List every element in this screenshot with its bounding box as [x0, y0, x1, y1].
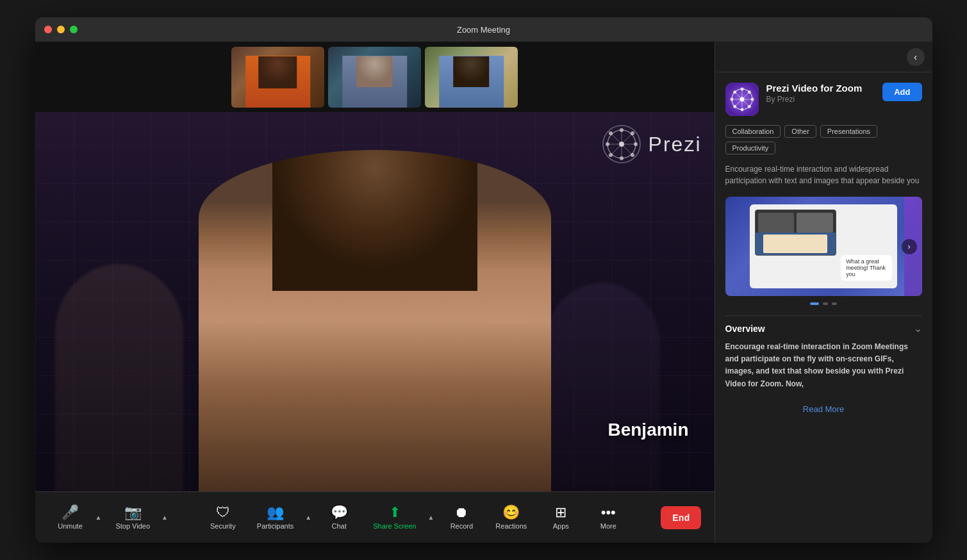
overview-body: Encourage real-time interaction in Zoom … — [725, 341, 922, 390]
svg-point-12 — [609, 153, 613, 157]
toolbar: 🎤 Unmute ▲ 📷 Stop Video ▲ — [35, 491, 715, 543]
security-button[interactable]: 🛡 Security — [201, 502, 245, 534]
chevron-down-icon: ⌄ — [914, 322, 922, 334]
chevron-up-icon: ▲ — [95, 514, 102, 521]
chevron-up-icon-3: ▲ — [305, 514, 311, 521]
apps-button[interactable]: ⊞ Apps — [538, 502, 583, 534]
toolbar-right-group: End — [661, 506, 701, 529]
chat-button[interactable]: 💬 Chat — [317, 502, 361, 534]
reactions-button[interactable]: 😊 Reactions — [486, 502, 536, 534]
panel-back-button[interactable]: ‹ — [907, 48, 925, 66]
svg-point-6 — [620, 156, 624, 160]
participants-group: 👥 Participants ▲ — [248, 502, 314, 534]
tags-container: Collaboration Other Presentations Produc… — [725, 125, 922, 154]
prezi-text-label: Prezi — [649, 133, 702, 156]
more-button[interactable]: ••• More — [586, 502, 631, 534]
carousel-speech-bubble: What a great meeting! Thank you — [841, 255, 892, 281]
participant-thumbnail-2[interactable] — [328, 47, 421, 108]
title-bar: Zoom Meeting — [35, 17, 932, 42]
speaker-name-label: Benjamin — [607, 420, 688, 440]
app-description: Encourage real-time interaction and wide… — [725, 163, 922, 186]
security-label: Security — [210, 522, 236, 530]
share-screen-icon: ⬆ — [389, 506, 401, 520]
tag-presentations[interactable]: Presentations — [820, 125, 877, 138]
share-screen-arrow-button[interactable]: ▲ — [425, 510, 436, 525]
close-button[interactable] — [44, 26, 52, 33]
unmute-arrow-button[interactable]: ▲ — [93, 510, 104, 525]
reactions-icon: 😊 — [502, 506, 520, 520]
carousel-next-button[interactable]: › — [902, 239, 917, 254]
overview-title: Overview — [725, 324, 765, 334]
video-area: Prezi Benjamin 🎤 Unmute ▲ — [35, 42, 715, 543]
svg-point-7 — [606, 142, 609, 146]
chat-icon: 💬 — [331, 506, 348, 520]
svg-point-22 — [730, 98, 733, 101]
bg-person-left — [55, 264, 183, 491]
carousel-dot-3[interactable] — [832, 302, 837, 305]
minimize-button[interactable] — [57, 26, 65, 33]
security-icon: 🛡 — [216, 506, 230, 520]
microphone-muted-icon: 🎤 — [62, 506, 79, 520]
more-icon: ••• — [601, 506, 616, 520]
svg-point-24 — [733, 90, 736, 94]
add-button[interactable]: Add — [882, 83, 922, 101]
app-name: Prezi Video for Zoom — [766, 83, 875, 94]
overview-body-bold: Encourage real-time interaction in Zoom … — [725, 342, 908, 388]
more-label: More — [600, 522, 616, 530]
stop-video-arrow-button[interactable]: ▲ — [159, 510, 170, 525]
prezi-logo-icon — [602, 125, 641, 163]
app-icon — [725, 83, 759, 116]
app-by: By Prezi — [766, 95, 875, 104]
unmute-button[interactable]: 🎤 Unmute — [48, 502, 93, 534]
tag-collaboration[interactable]: Collaboration — [725, 125, 781, 138]
zoom-window: Zoom Meeting — [35, 17, 932, 543]
bg-person-right — [545, 283, 660, 491]
tag-productivity[interactable]: Productivity — [725, 142, 776, 154]
participants-label: Participants — [257, 522, 293, 530]
svg-point-28 — [740, 97, 744, 102]
svg-point-20 — [740, 88, 743, 91]
svg-point-21 — [740, 108, 743, 111]
chevron-up-icon-4: ▲ — [427, 514, 434, 521]
app-info: Prezi Video for Zoom By Prezi Add — [725, 83, 922, 116]
overview-header[interactable]: Overview ⌄ — [725, 315, 922, 341]
chevron-up-icon-2: ▲ — [161, 514, 168, 521]
unmute-label: Unmute — [58, 522, 83, 530]
svg-point-8 — [634, 142, 638, 146]
carousel-main-image: What a great meeting! Thank you › — [725, 197, 922, 296]
reactions-label: Reactions — [495, 522, 527, 530]
svg-point-5 — [620, 128, 624, 132]
share-screen-label: Share Screen — [373, 522, 416, 530]
participant-thumbnail-1[interactable] — [231, 47, 324, 108]
participants-button[interactable]: 👥 Participants — [248, 502, 302, 534]
record-icon: ⏺ — [454, 506, 468, 520]
apps-icon: ⊞ — [555, 506, 566, 520]
app-name-block: Prezi Video for Zoom By Prezi — [766, 83, 875, 104]
right-panel: ‹ — [715, 42, 932, 543]
carousel-inner: What a great meeting! Thank you — [750, 204, 897, 289]
carousel-video-thumb — [755, 210, 836, 256]
end-button[interactable]: End — [661, 506, 701, 529]
participants-arrow-button[interactable]: ▲ — [302, 510, 314, 525]
svg-point-13 — [619, 142, 624, 147]
svg-point-10 — [631, 153, 634, 157]
toolbar-center-group: 🛡 Security 👥 Participants ▲ 💬 — [201, 502, 631, 534]
share-screen-group: ⬆ Share Screen ▲ — [364, 502, 436, 534]
stop-video-label: Stop Video — [115, 522, 150, 530]
carousel-dot-2[interactable] — [823, 302, 828, 305]
svg-point-26 — [747, 90, 750, 94]
carousel-dot-1[interactable] — [810, 302, 819, 305]
stop-video-button[interactable]: 📷 Stop Video — [106, 502, 159, 534]
chat-label: Chat — [332, 522, 347, 530]
tag-other[interactable]: Other — [784, 125, 816, 138]
share-screen-button[interactable]: ⬆ Share Screen — [364, 502, 425, 534]
participant-thumbnail-3[interactable] — [425, 47, 518, 108]
screenshot-carousel: What a great meeting! Thank you › — [725, 197, 922, 296]
svg-point-23 — [750, 98, 754, 101]
overview-section: Overview ⌄ Encourage real-time interacti… — [725, 315, 922, 390]
main-speaker-video — [199, 150, 551, 491]
maximize-button[interactable] — [70, 26, 78, 33]
record-button[interactable]: ⏺ Record — [439, 502, 484, 534]
read-more-button[interactable]: Read More — [725, 398, 922, 420]
traffic-lights — [44, 26, 78, 33]
